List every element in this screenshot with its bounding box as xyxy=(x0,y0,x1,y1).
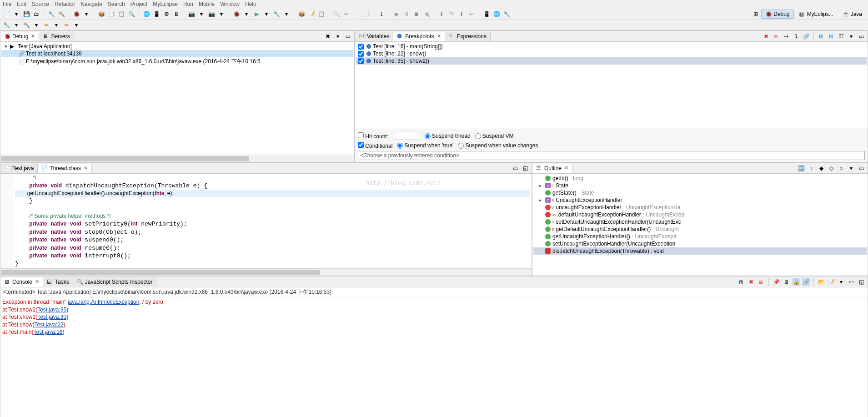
code-area[interactable]: http://blog.csdn.net/ */ private void di… xyxy=(13,174,532,268)
tool-icon[interactable]: 📄 xyxy=(352,10,361,18)
menu-help[interactable]: Help xyxy=(245,1,256,7)
hscroll[interactable] xyxy=(0,155,354,162)
tool-icon[interactable]: 📦 xyxy=(97,10,105,18)
tool-icon[interactable]: 🔧 xyxy=(502,10,511,18)
debug-tree-row[interactable]: 🔗Test at localhost:34139 xyxy=(1,50,353,57)
perspective-debug[interactable]: 🐞Debug xyxy=(761,10,793,19)
menu-edit[interactable]: Edit xyxy=(17,1,26,7)
stacktrace-link[interactable]: Test.java:16 xyxy=(33,329,62,335)
outline-item[interactable]: VuncaughtExceptionHandler : UncaughtExce… xyxy=(533,204,867,211)
breakpoint-row[interactable]: Test [line: 16] - main(String[]) xyxy=(356,43,867,50)
outline-item[interactable]: getState() : State xyxy=(533,189,867,196)
sort-icon[interactable]: 🔤 xyxy=(797,164,805,172)
exception-link[interactable]: java.lang.ArithmeticException xyxy=(68,299,139,305)
tool-icon[interactable]: 🔍 xyxy=(332,10,341,18)
tab-variables[interactable]: (x)=Variables xyxy=(355,32,393,41)
minimize-icon[interactable]: ▭ xyxy=(344,32,352,40)
dropdown-icon[interactable]: ▾ xyxy=(82,10,90,18)
menu-search[interactable]: Search xyxy=(108,1,125,7)
tool-icon[interactable]: 🔨 xyxy=(22,21,30,29)
skip-icon[interactable]: ⤵ xyxy=(792,32,800,40)
breakpoint-row[interactable]: Test [line: 35] - show2() xyxy=(356,57,867,65)
bp-checkbox[interactable] xyxy=(358,51,364,57)
outline-item[interactable]: getId() : long xyxy=(533,175,867,182)
suspend-vm-radio[interactable]: Suspend VM xyxy=(475,133,514,139)
skip-bp-icon[interactable]: ⤵ xyxy=(377,10,386,18)
outline-item[interactable]: setUncaughtExceptionHandler(UncaughtExce… xyxy=(533,240,867,247)
tool-icon[interactable]: 🖥 xyxy=(172,10,181,18)
menu-navigate[interactable]: Navigate xyxy=(80,1,102,7)
breakpoint-row[interactable]: Test [line: 22] - show() xyxy=(356,50,867,57)
close-icon[interactable]: ✕ xyxy=(31,33,35,39)
open-console-icon[interactable]: 📂 xyxy=(817,278,825,286)
drop-frame-icon[interactable]: ↩ xyxy=(467,10,476,18)
tab-servers[interactable]: 🖥Servers xyxy=(39,32,74,41)
tool-icon[interactable]: 🌐 xyxy=(142,10,151,18)
step-into-icon[interactable]: ⬇ xyxy=(437,10,446,18)
remove-all-icon[interactable]: ⦻ xyxy=(757,278,765,286)
tab-javascript scripts inspector[interactable]: 🔍JavaScript Scripts Inspector xyxy=(73,277,157,286)
step-over-icon[interactable]: ↷ xyxy=(447,10,456,18)
hide-fields-icon[interactable]: ◆ xyxy=(817,164,825,172)
expand-icon[interactable]: ⊞ xyxy=(817,32,825,40)
pause-icon[interactable]: ⏸ xyxy=(402,10,411,18)
dropdown-icon[interactable]: ▾ xyxy=(12,21,20,29)
dropdown-icon[interactable]: ▾ xyxy=(197,10,206,18)
menu-icon[interactable]: ▾ xyxy=(847,164,855,172)
dropdown-icon[interactable]: ▾ xyxy=(262,10,271,18)
outline-item[interactable]: SgetDefaultUncaughtExceptionHandler() : … xyxy=(533,226,867,233)
tool-icon[interactable]: 🔨 xyxy=(57,10,65,18)
bp-checkbox[interactable] xyxy=(358,58,364,64)
tool-icon[interactable]: ⚙ xyxy=(162,10,171,18)
minimize-icon[interactable]: ▭ xyxy=(857,32,865,40)
outline-item[interactable]: ▸CSUncaughtExceptionHandler xyxy=(533,196,867,204)
menu-icon[interactable]: ▾ xyxy=(847,32,855,40)
menu-refactor[interactable]: Refactor xyxy=(55,1,75,7)
tab-debug[interactable]: 🐞Debug✕ xyxy=(0,32,39,41)
run-icon[interactable]: ▶ xyxy=(252,10,261,18)
save-all-icon[interactable]: 🗂 xyxy=(32,10,40,18)
tool-icon[interactable]: 🔧 xyxy=(2,21,10,29)
perspective-java[interactable]: ☕Java xyxy=(838,10,866,19)
outline-item[interactable]: dispatchUncaughtException(Throwable) : v… xyxy=(533,247,867,255)
stacktrace-link[interactable]: Test.java:35 xyxy=(37,306,66,313)
dropdown-icon[interactable]: ▾ xyxy=(282,10,291,18)
tool-icon[interactable]: 📱 xyxy=(152,10,161,18)
tool-icon[interactable]: 📋 xyxy=(317,10,326,18)
twistie-icon[interactable]: ▸ xyxy=(539,197,543,203)
hit-count-input[interactable] xyxy=(393,132,420,140)
minimize-icon[interactable]: ▭ xyxy=(857,164,865,172)
twistie-icon[interactable]: ▾ xyxy=(3,43,9,50)
dropdown-icon[interactable]: ▾ xyxy=(52,21,60,29)
tool-icon[interactable]: 🔗 xyxy=(802,278,810,286)
step-return-icon[interactable]: ⬆ xyxy=(457,10,466,18)
hide-static-icon[interactable]: ◇ xyxy=(827,164,835,172)
outline-item[interactable]: SsetDefaultUncaughtExceptionHandler(Unca… xyxy=(533,218,867,226)
save-icon[interactable]: 💾 xyxy=(22,10,30,18)
external-run-icon[interactable]: 🔧 xyxy=(272,10,281,18)
bp-checkbox[interactable] xyxy=(358,44,364,50)
tool-icon[interactable]: 📋 xyxy=(117,10,125,18)
conditional-check[interactable]: Conditional xyxy=(358,142,392,149)
new-icon[interactable]: 📄 xyxy=(2,10,10,18)
remove-icon[interactable]: ✖ xyxy=(747,278,755,286)
menu-project[interactable]: Project xyxy=(130,1,147,7)
close-icon[interactable]: ✕ xyxy=(35,279,39,285)
tool-icon[interactable]: ✏ xyxy=(342,10,351,18)
tab-outline[interactable]: ☰ Outline ✕ xyxy=(532,164,572,173)
display-icon[interactable]: 🖥 xyxy=(782,278,790,286)
tool-icon[interactable]: 🔧 xyxy=(47,10,55,18)
close-icon[interactable]: ✕ xyxy=(437,33,441,39)
dropdown-icon[interactable]: ▾ xyxy=(32,21,40,29)
tool-icon[interactable]: 📷 xyxy=(207,10,216,18)
remove-icon[interactable]: ✖ xyxy=(324,32,332,40)
remove-all-icon[interactable]: ⦻ xyxy=(772,32,780,40)
tab-expressions[interactable]: ✎Expressions xyxy=(445,32,491,41)
dropdown-icon[interactable]: ▾ xyxy=(242,10,251,18)
twistie-icon[interactable]: ▸ xyxy=(539,182,543,189)
remove-icon[interactable]: ✖ xyxy=(762,32,770,40)
maximize-icon[interactable]: ◱ xyxy=(857,278,865,286)
tool-icon[interactable]: 📦 xyxy=(297,10,306,18)
dropdown-icon[interactable]: ▾ xyxy=(72,21,80,29)
perspective-myeclips...[interactable]: ⓂMyEclips... xyxy=(795,10,838,19)
